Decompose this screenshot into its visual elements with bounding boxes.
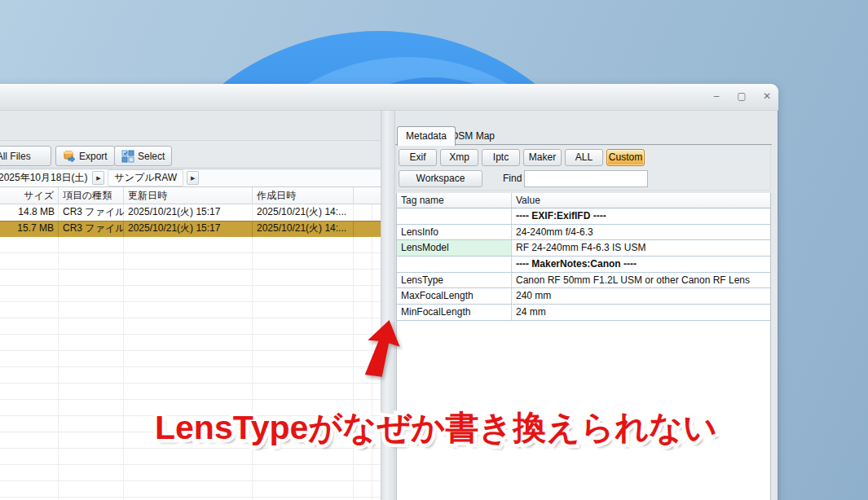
filter-button-exif[interactable]: Exif	[399, 149, 437, 166]
minimize-icon[interactable]: –	[709, 90, 724, 103]
window-titlebar[interactable]	[0, 84, 778, 111]
show-all-files-button[interactable]: Show All Files	[0, 146, 51, 166]
metadata-row-section[interactable]: ---- EXIF:ExifIFD ----	[397, 208, 770, 225]
export-button[interactable]: Export	[55, 146, 115, 166]
metadata-row[interactable]: LensInfo 24-240mm f/4-6.3	[397, 225, 770, 241]
file-created: 2025/10/21(火) 14:...	[253, 204, 354, 221]
breadcrumb-arrow-icon[interactable]: ▶	[187, 171, 199, 185]
export-package-icon	[63, 150, 76, 163]
find-label: Find	[503, 173, 522, 184]
filter-button-custom[interactable]: Custom	[606, 149, 645, 166]
tag-name	[397, 257, 512, 272]
filter-button-maker[interactable]: Maker	[523, 149, 562, 166]
column-header-value[interactable]: Value	[512, 193, 770, 208]
file-row-selected[interactable]: 15.7 MB CR3 ファイル 2025/10/21(火) 15:17 202…	[0, 221, 381, 237]
breadcrumb-item-folder[interactable]: サンプルRAW	[108, 169, 183, 186]
show-all-files-label: Show All Files	[0, 151, 31, 162]
annotation-text: LensTypeがなぜか書き換えられない LensTypeがなぜか書き換えられな…	[69, 404, 803, 453]
file-modified: 2025/10/21(火) 15:17	[124, 204, 253, 221]
filter-button-all[interactable]: ALL	[565, 149, 603, 166]
breadcrumb: 2025年10月18日(土) ▶ サンプルRAW ▶	[0, 169, 381, 187]
tag-name: LensModel	[397, 240, 512, 256]
column-header-type[interactable]: 項目の種類	[59, 187, 124, 204]
tag-name: LensType	[397, 273, 512, 288]
metadata-table-header: Tag name Value	[397, 193, 770, 208]
tag-name: MinFocalLength	[397, 305, 512, 320]
file-size: 14.8 MB	[0, 204, 59, 221]
tag-name: LensInfo	[397, 225, 512, 240]
tag-value: 240 mm	[512, 288, 770, 304]
column-header-size[interactable]: サイズ	[0, 187, 59, 204]
file-modified: 2025/10/21(火) 15:17	[124, 221, 253, 237]
filter-button-iptc[interactable]: Iptc	[482, 149, 520, 166]
export-label: Export	[79, 151, 108, 162]
windows-bloom-wallpaper	[0, 0, 868, 85]
select-label: Select	[138, 151, 165, 162]
file-type: CR3 ファイル	[59, 221, 124, 237]
desktop: – ▢ ✕ Show All Files Export Select	[0, 0, 868, 500]
window-controls: – ▢ ✕	[709, 90, 774, 103]
file-type: CR3 ファイル	[59, 204, 124, 221]
annotation-text-fill: LensTypeがなぜか書き換えられない	[69, 404, 803, 451]
tag-value: 24 mm	[512, 305, 770, 320]
column-header-created[interactable]: 作成日時	[253, 187, 354, 204]
tag-value: RF 24-240mm F4-6.3 IS USM	[512, 240, 770, 256]
tab-metadata[interactable]: Metadata	[397, 126, 456, 146]
file-table-header: サイズ 項目の種類 更新日時 作成日時	[0, 187, 381, 204]
close-icon[interactable]: ✕	[760, 90, 774, 103]
metadata-row[interactable]: MaxFocalLength 240 mm	[397, 288, 770, 305]
select-grid-icon	[121, 150, 134, 163]
metadata-row-lenstype[interactable]: LensType Canon RF 50mm F1.2L USM or othe…	[397, 273, 770, 289]
column-header-tag-name[interactable]: Tag name	[397, 193, 512, 208]
filter-button-xmp[interactable]: Xmp	[440, 149, 478, 166]
file-size: 15.7 MB	[0, 221, 59, 237]
find-input[interactable]	[524, 170, 648, 187]
column-header-modified[interactable]: 更新日時	[124, 187, 253, 204]
tag-value: ---- MakerNotes:Canon ----	[512, 257, 770, 272]
file-row[interactable]: 14.8 MB CR3 ファイル 2025/10/21(火) 15:17 202…	[0, 204, 381, 221]
tag-name: MaxFocalLength	[397, 288, 512, 304]
metadata-row-section[interactable]: ---- MakerNotes:Canon ----	[397, 257, 770, 273]
tag-value: Canon RF 50mm F1.2L USM or other Canon R…	[512, 273, 770, 288]
metadata-table: Tag name Value ---- EXIF:ExifIFD ---- Le…	[396, 193, 771, 500]
tag-value: ---- EXIF:ExifIFD ----	[512, 208, 770, 224]
breadcrumb-arrow-icon[interactable]: ▶	[92, 171, 104, 185]
file-created: 2025/10/21(火) 14:...	[253, 221, 354, 237]
metadata-row-lensmodel[interactable]: LensModel RF 24-240mm F4-6.3 IS USM	[397, 240, 770, 257]
maximize-icon[interactable]: ▢	[734, 90, 749, 103]
select-button[interactable]: Select	[114, 146, 172, 166]
breadcrumb-item-date[interactable]: 2025年10月18日(土)	[0, 171, 90, 185]
tag-value: 24-240mm f/4-6.3	[512, 225, 770, 240]
workspace-button[interactable]: Workspace	[399, 170, 482, 187]
column-header-extra	[354, 187, 372, 204]
metadata-row[interactable]: MinFocalLength 24 mm	[397, 305, 770, 321]
annotation-arrow-icon	[357, 318, 408, 383]
tag-name	[397, 208, 512, 224]
